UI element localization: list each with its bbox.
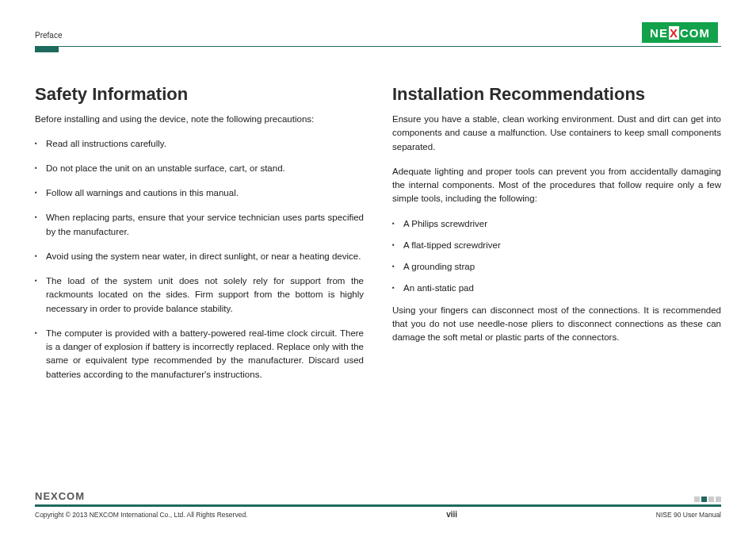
- safety-bullets: Read all instructions carefully. Do not …: [35, 137, 364, 382]
- install-para1: Ensure you have a stable, clean working …: [392, 113, 721, 154]
- brand-logo: NEXCOM: [639, 22, 721, 43]
- install-para3: Using your fingers can disconnect most o…: [392, 304, 721, 345]
- install-para2: Adequate lighting and proper tools can p…: [392, 165, 721, 206]
- section-label: Preface: [35, 31, 62, 43]
- list-item: The computer is provided with a battery-…: [35, 327, 364, 382]
- page-number: viii: [446, 510, 457, 519]
- list-item: Follow all warnings and cautions in this…: [35, 186, 364, 200]
- page: Preface NEXCOM Safety Information Before…: [0, 0, 756, 533]
- safety-intro: Before installing and using the device, …: [35, 113, 364, 126]
- list-item: Do not place the unit on an unstable sur…: [35, 162, 364, 175]
- safety-heading: Safety Information: [35, 84, 364, 105]
- footer-text-row: Copyright © 2013 NEXCOM International Co…: [35, 510, 721, 519]
- tools-bullets: A Philips screwdriver A flat-tipped scre…: [392, 217, 721, 296]
- list-item: A Philips screwdriver: [392, 217, 721, 231]
- list-item: Read all instructions carefully.: [35, 137, 364, 151]
- accent-chip: [35, 46, 59, 52]
- right-column: Installation Recommendations Ensure you …: [392, 84, 721, 393]
- list-item: The load of the system unit does not sol…: [35, 274, 364, 316]
- logo-left: NE: [650, 26, 668, 40]
- logo-right: COM: [680, 26, 710, 40]
- footer-logo-text: NEXCOM: [35, 490, 85, 502]
- content-columns: Safety Information Before installing and…: [35, 52, 721, 393]
- list-item: An anti-static pad: [392, 282, 721, 295]
- footer-logo-row: NEXCOM: [35, 490, 721, 502]
- manual-ref: NISE 90 User Manual: [656, 511, 721, 519]
- header-row: Preface NEXCOM: [35, 16, 721, 43]
- list-item: A flat-tipped screwdriver: [392, 239, 721, 252]
- list-item: A grounding strap: [392, 260, 721, 274]
- copyright-text: Copyright © 2013 NEXCOM International Co…: [35, 511, 247, 519]
- list-item: When replacing parts, ensure that your s…: [35, 211, 364, 239]
- left-column: Safety Information Before installing and…: [35, 84, 364, 393]
- list-item: Avoid using the system near water, in di…: [35, 250, 364, 263]
- header-rule: [35, 46, 721, 47]
- footer-squares-icon: [694, 497, 721, 502]
- footer-logo: NEXCOM: [35, 490, 85, 502]
- footer: NEXCOM Copyright © 2013 NEXCOM Internati…: [35, 490, 721, 519]
- install-heading: Installation Recommendations: [392, 84, 721, 105]
- footer-rule: [35, 504, 721, 507]
- logo-x: X: [670, 26, 678, 40]
